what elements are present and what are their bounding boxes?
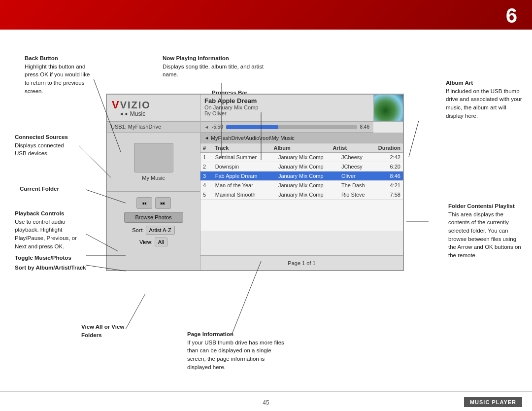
now-playing-annotation: Now Playing Information Displays song ti… bbox=[163, 54, 271, 79]
folder-contents-annotation: Folder Contents/ Playlist This area disp… bbox=[448, 202, 525, 260]
usb-source-display: USB1: MyFlashDrive bbox=[107, 122, 200, 133]
prev-button[interactable]: ⏮ bbox=[136, 197, 152, 209]
page-info-annotation: Page Information If your USB thumb drive… bbox=[187, 330, 286, 371]
toggle-annotation: Toggle Music/Photos bbox=[15, 254, 86, 262]
browse-photos-button[interactable]: Browse Photos bbox=[124, 212, 183, 223]
track-row[interactable]: 1 Seminal Summer January Mix Comp JChees… bbox=[200, 153, 403, 162]
tv-screen: VVIZIO ◄◄ Music Fab Apple Dream On Janua… bbox=[106, 94, 404, 271]
track-row[interactable]: 2 Downspin January Mix Comp JCheesy 6:20 bbox=[200, 162, 403, 171]
vizio-logo: VVIZIO bbox=[112, 99, 151, 111]
vizio-header: VVIZIO ◄◄ Music bbox=[107, 95, 200, 122]
view-label: View: bbox=[139, 239, 153, 245]
svg-line-2 bbox=[409, 121, 419, 157]
folder-name: My Music bbox=[142, 175, 165, 181]
progress-triangle: ◄ bbox=[204, 125, 209, 130]
track-row[interactable]: 5 Maximal Smooth January Mix Comp Rio St… bbox=[200, 190, 403, 200]
path-triangle: ◄ bbox=[204, 136, 209, 140]
sort-select[interactable]: Artist A-Z bbox=[146, 226, 175, 235]
now-playing-display: Fab Apple Dream On January Mix Comp By O… bbox=[200, 95, 373, 122]
track-row[interactable]: 4 Man of the Year January Mix Comp The D… bbox=[200, 181, 403, 190]
sort-row: Sort: Artist A-Z bbox=[111, 226, 196, 235]
track-list: # Track Album Artist Duration 1 Seminal … bbox=[200, 143, 403, 231]
col-header-track: Track bbox=[212, 143, 271, 152]
track-row-active[interactable]: 3 Fab Apple Dream January Mix Comp Olive… bbox=[200, 171, 403, 181]
album-art-display bbox=[373, 95, 403, 122]
path-text: MyFlashDrive\Audio\root\My Music bbox=[211, 135, 295, 141]
album-art-annotation: Album Art If included on the USB thumb d… bbox=[446, 79, 522, 120]
view-all-annotation: View All or View Folders bbox=[81, 323, 145, 339]
view-row: View: All bbox=[111, 238, 196, 246]
track-header: # Track Album Artist Duration bbox=[200, 143, 403, 153]
page-info-text: Page 1 of 1 bbox=[288, 260, 315, 266]
page-info-display: Page 1 of 1 bbox=[200, 255, 403, 270]
col-header-num: # bbox=[200, 143, 212, 152]
col-header-album: Album bbox=[271, 143, 331, 152]
np-song-title: Fab Apple Dream bbox=[204, 97, 369, 104]
music-nav[interactable]: ◄◄ Music bbox=[119, 110, 145, 117]
svg-line-10 bbox=[232, 261, 261, 335]
main-content: Back Button Highlight this button and pr… bbox=[0, 30, 532, 391]
next-button[interactable]: ⏭ bbox=[155, 197, 171, 209]
progress-bar-container bbox=[226, 125, 357, 129]
col-header-artist: Artist bbox=[330, 143, 375, 152]
playback-controls-annotation: Playback Controls Use to control audio p… bbox=[15, 209, 86, 250]
progress-bar-area: ◄ -5:50 8:46 bbox=[200, 122, 373, 133]
back-button-annotation: Back Button Highlight this button and pr… bbox=[25, 54, 94, 95]
music-dots: ◄◄ bbox=[119, 111, 128, 116]
np-artist: By Oliver bbox=[204, 110, 369, 116]
progress-time-right: 8:46 bbox=[360, 124, 369, 130]
top-bar: 6 bbox=[0, 0, 532, 30]
path-bar: ◄ MyFlashDrive\Audio\root\My Music bbox=[200, 133, 403, 143]
sort-label: Sort: bbox=[132, 227, 143, 233]
music-player-label: MUSIC PLAYER bbox=[464, 397, 522, 407]
music-label-text: Music bbox=[130, 110, 145, 117]
playback-buttons: ⏮ ⏭ bbox=[136, 197, 171, 209]
progress-time-left: -5:50 bbox=[212, 124, 223, 130]
page-number: 45 bbox=[263, 399, 269, 406]
np-album: On January Mix Comp bbox=[204, 104, 369, 110]
chapter-number: 6 bbox=[506, 4, 517, 28]
progress-bar-fill bbox=[226, 125, 278, 129]
view-select[interactable]: All bbox=[155, 238, 167, 246]
controls-area: ⏮ ⏭ Browse Photos Sort: Artist A-Z View:… bbox=[107, 192, 200, 270]
folder-display: My Music bbox=[107, 133, 200, 192]
bottom-bar: 45 MUSIC PLAYER bbox=[0, 391, 532, 411]
folder-icon bbox=[134, 143, 173, 172]
sort-annotation: Sort by Album/Artist/Track bbox=[15, 264, 86, 272]
current-folder-annotation: Current Folder bbox=[20, 185, 79, 193]
connected-sources-annotation: Connected Sources Displays connected USB… bbox=[15, 133, 74, 158]
col-header-duration: Duration bbox=[376, 143, 403, 152]
